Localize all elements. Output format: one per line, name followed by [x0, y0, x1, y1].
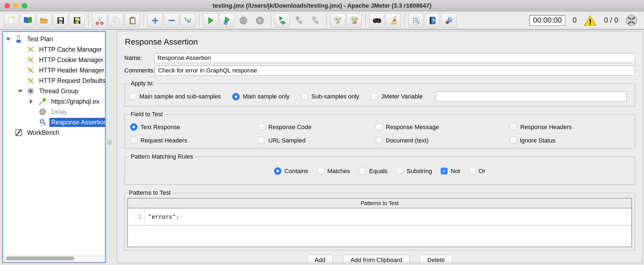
new-file-button[interactable]: [4, 13, 19, 27]
chevron-right-icon[interactable]: [30, 99, 33, 104]
collapse-all-button[interactable]: [164, 13, 179, 27]
toolbar-separator: [88, 14, 89, 27]
timer-clock-icon: [38, 107, 47, 116]
paste-icon: [128, 16, 137, 25]
test-plan-flask-icon: [14, 35, 23, 43]
tree-item-label: WorkBench: [25, 128, 61, 137]
radio-contains[interactable]: Contains: [274, 167, 308, 175]
workbench-pad-icon: [14, 128, 23, 137]
remote-stop-all-icon: [294, 16, 304, 25]
tree-item-thread-group[interactable]: Thread Group: [3, 86, 105, 96]
radio-document-text[interactable]: Document (text): [375, 137, 510, 144]
add-from-clipboard-button[interactable]: Add from Clipboard: [343, 255, 410, 263]
search-reset-button[interactable]: [386, 13, 401, 27]
function-helper-button[interactable]: [408, 13, 424, 27]
test-plan-tree[interactable]: Test Plan HTTP Cache Manager HTTP Cookie…: [2, 31, 106, 263]
save-as-button[interactable]: [69, 13, 84, 27]
name-label: Name:: [124, 54, 154, 62]
radio-main-sample-only[interactable]: Main sample only: [232, 93, 289, 100]
radio-icon: [396, 167, 404, 175]
remote-start-all-button[interactable]: [275, 13, 290, 27]
clear-icon: [333, 16, 343, 25]
expand-all-button[interactable]: [148, 13, 163, 27]
tree-item-label: Delay: [49, 107, 69, 117]
clear-button[interactable]: [330, 13, 345, 27]
checkbox-or[interactable]: ✓ Or: [469, 168, 485, 175]
radio-main-sample-and-sub-samples[interactable]: Main sample and sub-samples: [129, 93, 221, 100]
patterns-table-body[interactable]: 1 "errors":: [128, 208, 631, 247]
tree-item-workbench[interactable]: WorkBench: [3, 127, 105, 138]
tree-item-http-cache-manager[interactable]: HTTP Cache Manager: [3, 44, 105, 55]
shuttlecock-button[interactable]: [441, 13, 456, 27]
toolbar-separator: [271, 14, 271, 27]
tree-item-response-assertion[interactable]: Response Assertion: [3, 117, 105, 127]
tree-item-delay-timer[interactable]: Delay: [3, 107, 105, 117]
radio-substring[interactable]: Substring: [396, 167, 432, 175]
chevron-down-icon[interactable]: [18, 90, 23, 93]
checkbox-label: Or: [479, 168, 485, 175]
toggle-button[interactable]: [180, 13, 195, 27]
tree-item-test-plan[interactable]: Test Plan: [3, 34, 105, 44]
patterns-to-test-legend: Patterns to Test: [128, 189, 172, 196]
minimize-window-icon[interactable]: [13, 3, 19, 8]
function-helper-icon: [411, 16, 421, 25]
comments-input[interactable]: [155, 66, 635, 75]
jmeter-variable-input[interactable]: [436, 91, 627, 102]
help-button[interactable]: ?: [425, 13, 440, 27]
radio-response-headers[interactable]: Response Headers: [510, 123, 630, 131]
checkbox-ignore-status[interactable]: ✓ Ignore Status: [510, 137, 630, 144]
cut-button[interactable]: [92, 13, 107, 27]
checkbox-icon: ✓: [469, 168, 476, 174]
radio-text-response[interactable]: Text Response: [130, 123, 258, 131]
remote-shutdown-all-button: [308, 13, 323, 27]
warning-triangle-icon[interactable]: [584, 15, 597, 26]
delete-button[interactable]: Delete: [420, 255, 452, 263]
radio-label: Response Headers: [520, 124, 572, 131]
radio-url-sampled[interactable]: URL Sampled: [258, 137, 375, 144]
tree-item-http-header-manager[interactable]: HTTP Header Manager: [3, 65, 105, 75]
shutdown-icon: [255, 16, 265, 25]
tree-item-label: Response Assertion: [49, 118, 106, 127]
chevron-down-icon[interactable]: [6, 38, 11, 41]
start-no-pauses-button[interactable]: [219, 13, 234, 27]
start-button[interactable]: [203, 13, 218, 27]
tree-item-http-request-sampler[interactable]: https://graphql.ex: [3, 96, 105, 107]
radio-label: Response Message: [386, 124, 439, 131]
radio-request-headers[interactable]: Request Headers: [130, 137, 258, 144]
tree-item-label: https://graphql.ex: [49, 97, 101, 106]
pattern-row[interactable]: 1 "errors":: [128, 208, 631, 225]
name-input[interactable]: [154, 53, 635, 63]
radio-response-code[interactable]: Response Code: [258, 123, 375, 131]
tree-horizontal-scrollbar[interactable]: [4, 255, 104, 261]
radio-sub-samples-only[interactable]: Sub-samples only: [301, 93, 359, 100]
radio-icon: [510, 123, 517, 131]
tree-item-label: HTTP Cookie Manager: [37, 56, 105, 65]
sampler-dropper-icon: [38, 97, 47, 106]
help-icon: ?: [428, 16, 437, 25]
scrollbar-thumb[interactable]: [6, 257, 74, 260]
zoom-window-icon[interactable]: [22, 3, 27, 8]
radio-response-message[interactable]: Response Message: [375, 123, 510, 131]
tree-item-http-cookie-manager[interactable]: HTTP Cookie Manager: [3, 55, 105, 65]
add-button[interactable]: Add: [307, 255, 333, 263]
paste-button[interactable]: [125, 13, 140, 27]
templates-button[interactable]: [20, 13, 35, 27]
pattern-matching-rules-legend: Pattern Matching Rules: [130, 153, 194, 160]
close-window-icon[interactable]: [4, 3, 10, 8]
config-tools-icon: [26, 56, 35, 64]
radio-icon: [258, 123, 265, 131]
search-button[interactable]: [369, 13, 384, 27]
radio-label: Matches: [327, 168, 350, 175]
pattern-value[interactable]: "errors":: [145, 208, 179, 225]
config-tools-icon: [26, 76, 35, 85]
radio-jmeter-variable[interactable]: JMeter Variable: [370, 93, 422, 100]
clear-all-button[interactable]: [347, 13, 362, 27]
split-pane-handle[interactable]: [107, 140, 112, 145]
copy-button[interactable]: [108, 13, 123, 27]
open-folder-button[interactable]: [37, 13, 52, 27]
radio-matches[interactable]: Matches: [317, 167, 350, 175]
save-button[interactable]: [53, 13, 68, 27]
radio-equals[interactable]: Equals: [359, 167, 387, 175]
tree-item-http-request-defaults[interactable]: HTTP Request Defaults: [3, 75, 105, 86]
checkbox-not[interactable]: ✓ Not: [441, 168, 460, 175]
